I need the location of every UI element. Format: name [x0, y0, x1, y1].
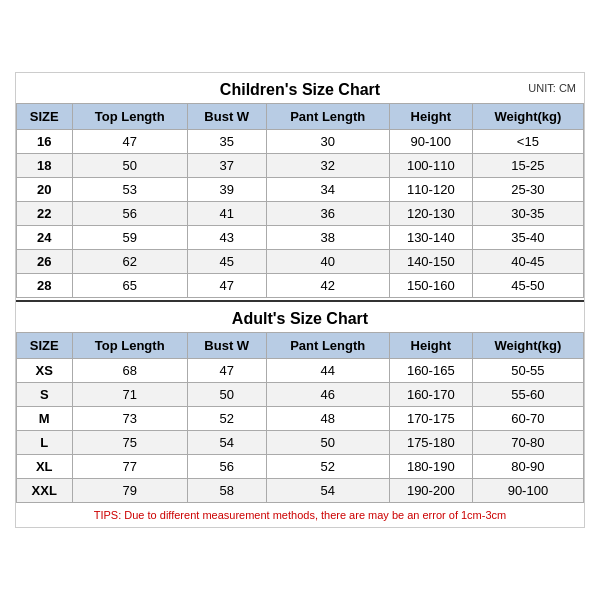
data-cell: 120-130	[389, 202, 472, 226]
data-cell: 15-25	[472, 154, 583, 178]
table-row: 26624540140-15040-45	[17, 250, 584, 274]
data-cell: 160-170	[389, 383, 472, 407]
data-cell: 70-80	[472, 431, 583, 455]
data-cell: 55-60	[472, 383, 583, 407]
children-col-pantlength: Pant Length	[266, 104, 389, 130]
data-cell: 42	[266, 274, 389, 298]
data-cell: 130-140	[389, 226, 472, 250]
table-row: 18503732100-11015-25	[17, 154, 584, 178]
data-cell: 160-165	[389, 359, 472, 383]
size-cell: XL	[17, 455, 73, 479]
data-cell: 34	[266, 178, 389, 202]
data-cell: 45-50	[472, 274, 583, 298]
data-cell: 190-200	[389, 479, 472, 503]
children-col-bustw: Bust W	[187, 104, 266, 130]
data-cell: 45	[187, 250, 266, 274]
table-row: XXL795854190-20090-100	[17, 479, 584, 503]
data-cell: 40-45	[472, 250, 583, 274]
size-cell: 20	[17, 178, 73, 202]
children-col-weight: Weight(kg)	[472, 104, 583, 130]
adults-title: Adult's Size Chart	[16, 300, 584, 332]
data-cell: 43	[187, 226, 266, 250]
data-cell: 30-35	[472, 202, 583, 226]
table-row: L755450175-18070-80	[17, 431, 584, 455]
size-cell: 16	[17, 130, 73, 154]
data-cell: 48	[266, 407, 389, 431]
data-cell: 180-190	[389, 455, 472, 479]
adults-col-bustw: Bust W	[187, 333, 266, 359]
table-row: 1647353090-100<15	[17, 130, 584, 154]
adults-title-text: Adult's Size Chart	[232, 310, 368, 327]
children-title-text: Children's Size Chart	[220, 81, 380, 98]
size-cell: 24	[17, 226, 73, 250]
size-chart-container: Children's Size Chart UNIT: CM SIZE Top …	[15, 72, 585, 528]
children-unit: UNIT: CM	[528, 82, 576, 94]
adults-col-size: SIZE	[17, 333, 73, 359]
data-cell: 54	[266, 479, 389, 503]
table-row: 24594338130-14035-40	[17, 226, 584, 250]
size-cell: XS	[17, 359, 73, 383]
data-cell: 90-100	[389, 130, 472, 154]
data-cell: 50-55	[472, 359, 583, 383]
data-cell: 38	[266, 226, 389, 250]
size-cell: 18	[17, 154, 73, 178]
data-cell: 39	[187, 178, 266, 202]
adults-col-weight: Weight(kg)	[472, 333, 583, 359]
data-cell: 75	[72, 431, 187, 455]
children-table: SIZE Top Length Bust W Pant Length Heigh…	[16, 103, 584, 298]
data-cell: 54	[187, 431, 266, 455]
data-cell: 32	[266, 154, 389, 178]
data-cell: 36	[266, 202, 389, 226]
children-col-height: Height	[389, 104, 472, 130]
data-cell: 52	[266, 455, 389, 479]
data-cell: 50	[72, 154, 187, 178]
size-cell: 28	[17, 274, 73, 298]
data-cell: 56	[187, 455, 266, 479]
adults-header-row: SIZE Top Length Bust W Pant Length Heigh…	[17, 333, 584, 359]
data-cell: 100-110	[389, 154, 472, 178]
data-cell: 37	[187, 154, 266, 178]
children-title: Children's Size Chart UNIT: CM	[16, 73, 584, 103]
data-cell: 35	[187, 130, 266, 154]
data-cell: 59	[72, 226, 187, 250]
tips-text: TIPS: Due to different measurement metho…	[16, 503, 584, 527]
size-cell: XXL	[17, 479, 73, 503]
adults-table: SIZE Top Length Bust W Pant Length Heigh…	[16, 332, 584, 503]
size-cell: M	[17, 407, 73, 431]
data-cell: 77	[72, 455, 187, 479]
size-cell: 26	[17, 250, 73, 274]
children-col-size: SIZE	[17, 104, 73, 130]
data-cell: 46	[266, 383, 389, 407]
table-row: S715046160-17055-60	[17, 383, 584, 407]
table-row: XL775652180-19080-90	[17, 455, 584, 479]
table-row: M735248170-17560-70	[17, 407, 584, 431]
data-cell: 35-40	[472, 226, 583, 250]
data-cell: 53	[72, 178, 187, 202]
data-cell: 79	[72, 479, 187, 503]
data-cell: 52	[187, 407, 266, 431]
data-cell: 80-90	[472, 455, 583, 479]
data-cell: <15	[472, 130, 583, 154]
data-cell: 68	[72, 359, 187, 383]
table-row: 20533934110-12025-30	[17, 178, 584, 202]
table-row: XS684744160-16550-55	[17, 359, 584, 383]
data-cell: 58	[187, 479, 266, 503]
table-row: 22564136120-13030-35	[17, 202, 584, 226]
data-cell: 56	[72, 202, 187, 226]
children-header-row: SIZE Top Length Bust W Pant Length Heigh…	[17, 104, 584, 130]
data-cell: 47	[187, 274, 266, 298]
adults-col-height: Height	[389, 333, 472, 359]
data-cell: 110-120	[389, 178, 472, 202]
data-cell: 60-70	[472, 407, 583, 431]
data-cell: 47	[187, 359, 266, 383]
data-cell: 170-175	[389, 407, 472, 431]
data-cell: 150-160	[389, 274, 472, 298]
table-row: 28654742150-16045-50	[17, 274, 584, 298]
data-cell: 30	[266, 130, 389, 154]
data-cell: 175-180	[389, 431, 472, 455]
data-cell: 50	[266, 431, 389, 455]
size-cell: 22	[17, 202, 73, 226]
data-cell: 44	[266, 359, 389, 383]
data-cell: 41	[187, 202, 266, 226]
data-cell: 40	[266, 250, 389, 274]
